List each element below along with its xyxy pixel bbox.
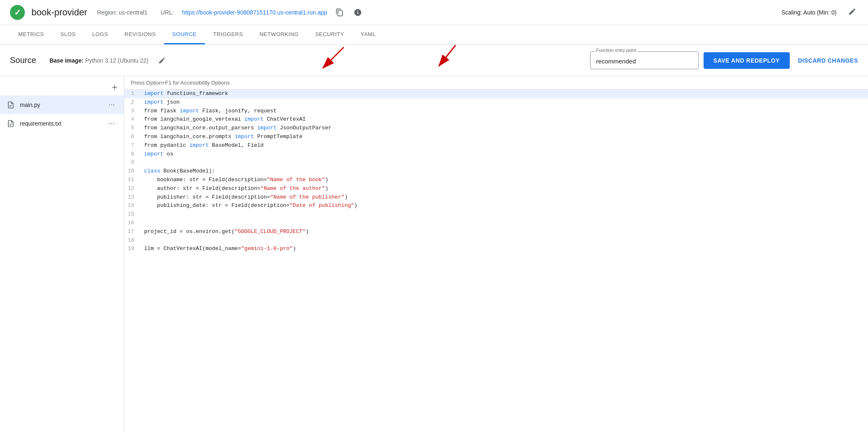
tab-networking[interactable]: NETWORKING — [251, 25, 307, 44]
tab-security[interactable]: SECURITY — [307, 25, 352, 44]
code-line-content: publisher: str = Field(description="Name… — [141, 193, 868, 202]
service-url-link[interactable]: https://book-provider-908087151170.us-ce… — [182, 9, 327, 16]
table-row: 3from flask import Flask, jsonify, reque… — [124, 107, 868, 116]
code-line-content — [141, 158, 868, 167]
file-tree-toolbar: + — [0, 80, 124, 95]
line-number: 12 — [124, 184, 141, 193]
tab-triggers[interactable]: TRIGGERS — [205, 25, 251, 44]
base-image-value: Python 3.12 (Ubuntu 22) — [85, 57, 149, 64]
file-icon-requirements-txt — [7, 119, 15, 128]
entry-point-input[interactable] — [591, 53, 698, 69]
scaling-label: Scaling: Auto (Min: 0) — [781, 9, 837, 16]
table-row: 6from langchain_core.prompts import Prom… — [124, 133, 868, 141]
code-line-content: publishing_date: str = Field(description… — [141, 201, 868, 210]
table-row: 16 — [124, 219, 868, 228]
header-actions: Function entry point SAVE AND REDEPLOY D… — [590, 51, 858, 69]
table-row: 5from langchain_core.output_parsers impo… — [124, 124, 868, 133]
file-tree: + main.py ··· requirements.txt ··· — [0, 76, 124, 432]
source-section-title: Source — [10, 56, 36, 65]
file-name-main-py: main.py — [20, 102, 101, 108]
code-line-content — [141, 219, 868, 228]
code-line-content: from langchain_core.output_parsers impor… — [141, 124, 868, 133]
code-line-content: class Book(BaseModel): — [141, 167, 868, 176]
line-number: 13 — [124, 193, 141, 202]
accessibility-hint: Press Option+F1 for Accessibility Option… — [124, 76, 868, 90]
copy-url-button[interactable] — [334, 7, 345, 18]
svg-rect-6 — [10, 124, 12, 124]
code-line-content: author: str = Field(description="Name of… — [141, 184, 868, 193]
table-row: 15 — [124, 210, 868, 219]
code-line-content — [141, 236, 868, 245]
line-number: 10 — [124, 167, 141, 176]
line-number: 1 — [124, 90, 141, 98]
tab-yaml[interactable]: YAML — [352, 25, 384, 44]
svg-rect-4 — [10, 105, 12, 105]
line-number: 11 — [124, 176, 141, 184]
table-row: 10class Book(BaseModel): — [124, 167, 868, 176]
table-row: 8import os — [124, 150, 868, 159]
table-row: 12 author: str = Field(description="Name… — [124, 184, 868, 193]
line-number: 19 — [124, 245, 141, 253]
table-row: 13 publisher: str = Field(description="N… — [124, 193, 868, 202]
file-menu-button-requirements-txt[interactable]: ··· — [106, 118, 117, 129]
nav-tabs: METRICS SLOS LOGS REVISIONS SOURCE TRIGG… — [0, 25, 868, 45]
code-line-content: from pydantic import BaseModel, Field — [141, 141, 868, 150]
code-line-content: bookname: str = Field(description="Name … — [141, 176, 868, 184]
tab-source[interactable]: SOURCE — [164, 25, 205, 44]
line-number: 6 — [124, 133, 141, 141]
file-item-main-py[interactable]: main.py ··· — [0, 95, 124, 114]
table-row: 17project_id = os.environ.get("GOOGLE_CL… — [124, 228, 868, 236]
top-bar: book-provider Region: us-central1 URL: h… — [0, 0, 868, 25]
line-number: 9 — [124, 158, 141, 167]
svg-rect-7 — [10, 125, 11, 125]
line-number: 18 — [124, 236, 141, 245]
code-line-content: import os — [141, 150, 868, 159]
code-line-content: project_id = os.environ.get("GOOGLE_CLOU… — [141, 228, 868, 236]
file-menu-button-main-py[interactable]: ··· — [106, 100, 117, 110]
add-file-button[interactable]: + — [112, 83, 117, 92]
source-header: Source Base image: Python 3.12 (Ubuntu 2… — [0, 45, 868, 76]
edit-base-image-button[interactable] — [157, 55, 167, 66]
code-line-content: llm = ChatVertexAI(model_name="gemini-1.… — [141, 245, 868, 253]
svg-rect-5 — [10, 106, 11, 107]
code-line-content: from langchain_core.prompts import Promp… — [141, 133, 868, 141]
line-number: 17 — [124, 228, 141, 236]
save-and-redeploy-button[interactable]: SAVE AND REDEPLOY — [704, 52, 790, 69]
table-row: 9 — [124, 158, 868, 167]
entry-point-field-wrapper: Function entry point — [590, 51, 699, 69]
table-row: 4from langchain_google_vertexai import C… — [124, 115, 868, 124]
tab-slos[interactable]: SLOS — [52, 25, 84, 44]
edit-scaling-button[interactable] — [846, 6, 858, 19]
entry-point-label: Function entry point — [595, 48, 638, 53]
base-image-key: Base image: — [49, 57, 83, 64]
line-number: 16 — [124, 219, 141, 228]
service-status-icon — [10, 5, 25, 20]
main-content: + main.py ··· requirements.txt ··· Press… — [0, 76, 868, 432]
line-number: 8 — [124, 150, 141, 159]
table-row: 11 bookname: str = Field(description="Na… — [124, 176, 868, 184]
service-name: book-provider — [31, 7, 87, 18]
tab-logs[interactable]: LOGS — [84, 25, 116, 44]
code-line-content: from flask import Flask, jsonify, reques… — [141, 107, 868, 116]
discard-changes-button[interactable]: DISCARD CHANGES — [798, 57, 858, 64]
region-label: Region: us-central1 — [97, 9, 147, 16]
table-row: 19llm = ChatVertexAI(model_name="gemini-… — [124, 245, 868, 253]
line-number: 2 — [124, 98, 141, 107]
code-table: 1import functions_framework2import json3… — [124, 90, 868, 253]
file-icon-main-py — [7, 101, 15, 109]
line-number: 5 — [124, 124, 141, 133]
file-name-requirements-txt: requirements.txt — [20, 120, 101, 127]
tab-revisions[interactable]: REVISIONS — [116, 25, 164, 44]
base-image-label: Base image: Python 3.12 (Ubuntu 22) — [49, 57, 148, 64]
line-number: 15 — [124, 210, 141, 219]
line-number: 3 — [124, 107, 141, 116]
table-row: 2import json — [124, 98, 868, 107]
code-line-content: import json — [141, 98, 868, 107]
code-editor[interactable]: Press Option+F1 for Accessibility Option… — [124, 76, 868, 432]
tab-metrics[interactable]: METRICS — [10, 25, 52, 44]
file-item-requirements-txt[interactable]: requirements.txt ··· — [0, 114, 124, 133]
code-line-content — [141, 210, 868, 219]
info-button[interactable] — [352, 7, 364, 18]
code-line-content: import functions_framework — [141, 90, 868, 98]
url-label: URL: — [161, 9, 174, 16]
